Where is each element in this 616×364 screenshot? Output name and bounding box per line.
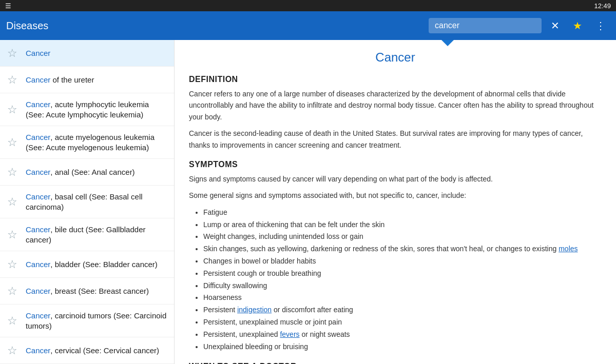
list-item-text: Cancer, anal (See: Anal cancer): [26, 167, 135, 177]
list-item-text: Cancer, basal cell (See: Basal cell carc…: [26, 192, 167, 212]
favorite-star-icon[interactable]: ☆: [7, 136, 20, 149]
list-item-rest: , cervical (See: Cervical cancer): [50, 346, 159, 355]
symptom-item: Lump or area of thickening that can be f…: [203, 219, 602, 231]
moles-link[interactable]: moles: [559, 245, 578, 253]
star-icon: ★: [573, 19, 582, 32]
favorite-button[interactable]: ★: [569, 17, 586, 34]
symptom-item: Changes in bowel or bladder habits: [203, 255, 602, 268]
symptom-item: Unexplained bleeding or bruising: [203, 341, 602, 353]
search-caret-indicator: [441, 40, 454, 46]
section-heading-when-to-see: When to see a doctor: [189, 362, 602, 364]
list-item[interactable]: ☆Cancer, bladder (See: Bladder cancer): [0, 251, 174, 278]
more-icon: ⋮: [595, 19, 606, 32]
list-item[interactable]: ☆Cancer, bile duct (See: Gallbladder can…: [0, 218, 174, 251]
list-item-highlight: Cancer: [26, 168, 50, 176]
list-item[interactable]: ☆Cancer, basal cell (See: Basal cell car…: [0, 186, 174, 218]
more-options-button[interactable]: ⋮: [591, 17, 610, 34]
favorite-star-icon[interactable]: ☆: [7, 344, 20, 357]
symptom-item: Persistent, unexplained muscle or joint …: [203, 316, 602, 329]
favorite-star-icon[interactable]: ☆: [7, 166, 20, 179]
symptom-item: Fatigue: [203, 207, 602, 219]
list-item-text: Cancer, bile duct (See: Gallbladder canc…: [26, 225, 167, 245]
list-item-text: Cancer, breast (See: Breast cancer): [26, 286, 149, 296]
content-paragraph: Cancer is the second-leading cause of de…: [189, 128, 602, 151]
list-item[interactable]: ☆Cancer, cervical (See: Cervical cancer): [0, 337, 174, 364]
app-bar: Diseases ✕ ★ ⋮: [0, 11, 616, 40]
list-item-highlight: Cancer: [26, 287, 50, 295]
favorite-star-icon[interactable]: ☆: [7, 103, 20, 116]
list-item[interactable]: ☆Cancer, carcinoid tumors (See: Carcinoi…: [0, 305, 174, 337]
symptom-item: Skin changes, such as yellowing, darkeni…: [203, 243, 602, 255]
favorite-star-icon[interactable]: ☆: [7, 258, 20, 271]
list-item[interactable]: ☆Cancer, anal (See: Anal cancer): [0, 159, 174, 186]
list-item-highlight: Cancer: [26, 260, 50, 269]
list-item[interactable]: ☆Cancer, acute lymphocytic leukemia (See…: [0, 93, 174, 126]
symptoms-list: FatigueLump or area of thickening that c…: [203, 207, 602, 353]
symptoms-general: Some general signs and symptoms associat…: [189, 190, 602, 201]
list-item-highlight: Cancer: [26, 192, 50, 201]
close-icon: ✕: [551, 19, 560, 32]
favorite-star-icon[interactable]: ☆: [7, 195, 20, 209]
section-heading-definition: DEFINITION: [189, 75, 602, 84]
symptoms-intro: Signs and symptoms caused by cancer will…: [189, 173, 602, 185]
fevers-link[interactable]: fevers: [280, 330, 299, 338]
status-bar-left-icon: ☰: [5, 2, 11, 10]
list-item-text: Cancer, cervical (See: Cervical cancer): [26, 346, 159, 356]
list-item-text: Cancer, carcinoid tumors (See: Carcinoid…: [26, 311, 167, 331]
section-heading-symptoms: SYMPTOMS: [189, 160, 602, 169]
symptom-item: Persistent, unexplained fevers or night …: [203, 329, 602, 341]
content-panel: CancerDEFINITIONCancer refers to any one…: [175, 40, 616, 364]
list-item-rest: , anal (See: Anal cancer): [50, 168, 134, 176]
list-item-highlight: Cancer: [26, 49, 50, 57]
list-item-rest: , bladder (See: Bladder cancer): [50, 260, 157, 269]
list-item[interactable]: ☆Cancer: [0, 40, 174, 67]
main-container: ☆Cancer☆Cancer of the ureter☆Cancer, acu…: [0, 40, 616, 364]
list-item-text: Cancer, acute myelogenous leukemia (See:…: [26, 132, 167, 152]
symptom-item: Weight changes, including unintended los…: [203, 231, 602, 243]
list-item-highlight: Cancer: [26, 311, 50, 320]
favorite-star-icon[interactable]: ☆: [7, 73, 20, 87]
symptom-item: Persistent indigestion or discomfort aft…: [203, 304, 602, 316]
favorite-star-icon[interactable]: ☆: [7, 47, 20, 60]
status-bar-time: 12:49: [594, 2, 611, 10]
indigestion-link[interactable]: indigestion: [237, 306, 272, 314]
symptom-item: Difficulty swallowing: [203, 280, 602, 292]
list-item[interactable]: ☆Cancer, acute myelogenous leukemia (See…: [0, 126, 174, 159]
favorite-star-icon[interactable]: ☆: [7, 314, 20, 328]
app-title: Diseases: [6, 20, 424, 32]
status-bar: ☰ 12:49: [0, 0, 616, 11]
search-input[interactable]: [429, 18, 542, 33]
list-item-rest: , breast (See: Breast cancer): [50, 287, 149, 295]
list-item-text: Cancer: [26, 48, 50, 58]
list-item-text: Cancer, acute lymphocytic leukemia (See:…: [26, 99, 167, 119]
list-item[interactable]: ☆Cancer, breast (See: Breast cancer): [0, 278, 174, 305]
favorite-star-icon[interactable]: ☆: [7, 285, 20, 298]
list-item-text: Cancer of the ureter: [26, 75, 94, 85]
clear-search-button[interactable]: ✕: [547, 17, 564, 34]
content-paragraph: Cancer refers to any one of a large numb…: [189, 88, 602, 123]
list-item-highlight: Cancer: [26, 225, 50, 234]
list-item-highlight: Cancer: [26, 346, 50, 355]
list-item-highlight: Cancer: [26, 75, 50, 84]
symptom-item: Hoarseness: [203, 292, 602, 304]
list-item[interactable]: ☆Cancer of the ureter: [0, 67, 174, 93]
favorite-star-icon[interactable]: ☆: [7, 228, 20, 241]
symptom-item: Persistent cough or trouble breathing: [203, 268, 602, 280]
list-item-text: Cancer, bladder (See: Bladder cancer): [26, 259, 158, 270]
sidebar-list: ☆Cancer☆Cancer of the ureter☆Cancer, acu…: [0, 40, 175, 364]
list-item-highlight: Cancer: [26, 133, 50, 141]
content-title: Cancer: [189, 50, 602, 65]
list-item-highlight: Cancer: [26, 100, 50, 109]
list-item-rest: of the ureter: [50, 75, 94, 84]
